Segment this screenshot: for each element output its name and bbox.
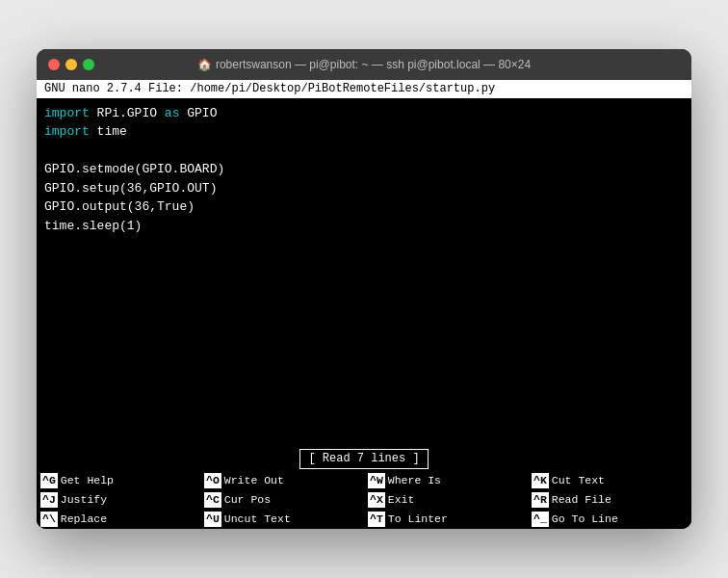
shortcut-bar: ^G Get Help ^O Write Out ^W Where Is ^K …	[37, 471, 691, 529]
terminal-window: 🏠robertswanson — pi@pibot: ~ — ssh pi@pi…	[37, 49, 691, 529]
shortcut-go-to-line[interactable]: ^_ Go To Line	[528, 510, 691, 529]
shortcut-replace[interactable]: ^\ Replace	[37, 510, 200, 529]
code-line-5: GPIO.setup(36,GPIO.OUT)	[44, 179, 684, 198]
code-line-4: GPIO.setmode(GPIO.BOARD)	[44, 160, 684, 179]
close-button[interactable]	[48, 59, 60, 70]
code-line-6: GPIO.output(36,True)	[44, 197, 684, 217]
keyword-import2: import	[44, 124, 90, 139]
label-get-help: Get Help	[61, 473, 114, 488]
shortcut-cur-pos[interactable]: ^C Cur Pos	[200, 490, 364, 510]
shortcut-uncut-text[interactable]: ^U Uncut Text	[200, 510, 364, 529]
label-read-file: Read File	[552, 492, 611, 508]
status-bar: [ Read 7 lines ]	[37, 445, 691, 471]
minimize-button[interactable]	[65, 59, 77, 70]
key-g: ^G	[40, 473, 58, 488]
keyword-import1: import	[44, 106, 90, 120]
code-line-7: time.sleep(1)	[44, 217, 684, 236]
key-c: ^C	[204, 492, 221, 508]
key-t: ^T	[368, 512, 385, 527]
key-k: ^K	[532, 473, 549, 488]
label-go-to-line: Go To Line	[552, 512, 618, 527]
infobar-text: GNU nano 2.7.4 File: /home/pi/Desktop/Pi…	[44, 82, 495, 95]
code-line-1: import RPi.GPIO as GPIO	[44, 104, 684, 123]
key-x: ^X	[368, 492, 385, 508]
status-message: [ Read 7 lines ]	[299, 449, 428, 469]
nano-editor[interactable]: GNU nano 2.7.4 File: /home/pi/Desktop/Pi…	[37, 80, 691, 529]
shortcut-write-out[interactable]: ^O Write Out	[200, 471, 364, 490]
label-to-linter: To Linter	[388, 512, 448, 527]
shortcut-cut-text[interactable]: ^K Cut Text	[528, 471, 691, 490]
label-where-is: Where Is	[388, 473, 441, 488]
shortcut-exit[interactable]: ^X Exit	[364, 490, 528, 510]
key-backslash: ^\	[40, 512, 58, 527]
label-uncut-text: Uncut Text	[224, 512, 291, 527]
shortcut-get-help[interactable]: ^G Get Help	[37, 471, 200, 490]
key-u: ^U	[204, 512, 221, 527]
key-r: ^R	[532, 492, 549, 508]
label-cut-text: Cut Text	[552, 473, 605, 488]
maximize-button[interactable]	[83, 59, 94, 70]
shortcut-justify[interactable]: ^J Justify	[37, 490, 200, 510]
shortcut-read-file[interactable]: ^R Read File	[528, 490, 691, 510]
keyword-as: as	[165, 106, 180, 120]
window-title: 🏠robertswanson — pi@pibot: ~ — ssh pi@pi…	[197, 58, 531, 71]
key-o: ^O	[204, 473, 221, 488]
editor-area[interactable]: import RPi.GPIO as GPIO import time GPIO…	[37, 98, 691, 445]
label-cur-pos: Cur Pos	[224, 492, 271, 508]
label-replace: Replace	[61, 512, 107, 527]
code-line-3	[44, 142, 684, 161]
label-justify: Justify	[61, 492, 107, 508]
key-underscore: ^_	[532, 512, 549, 527]
key-w: ^W	[368, 473, 385, 488]
traffic-lights	[48, 59, 94, 70]
shortcut-to-linter[interactable]: ^T To Linter	[364, 510, 528, 529]
titlebar: 🏠robertswanson — pi@pibot: ~ — ssh pi@pi…	[37, 49, 691, 80]
label-write-out: Write Out	[224, 473, 284, 488]
key-j: ^J	[40, 492, 58, 508]
info-bar: GNU nano 2.7.4 File: /home/pi/Desktop/Pi…	[37, 80, 691, 98]
code-line-2: import time	[44, 122, 684, 142]
label-exit: Exit	[388, 492, 415, 508]
shortcut-where-is[interactable]: ^W Where Is	[364, 471, 528, 490]
